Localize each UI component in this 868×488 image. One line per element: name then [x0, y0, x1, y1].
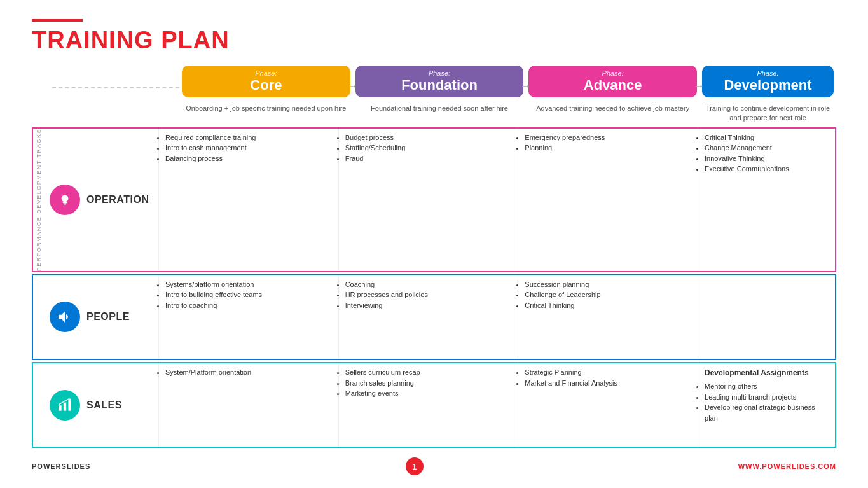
list-item: Critical Thinking	[705, 132, 829, 143]
list-item: Fraud	[345, 153, 512, 164]
operation-advance-list: Emergency preparedness Planning	[525, 132, 691, 153]
list-item: Systems/platform orientation	[165, 279, 332, 290]
phase-foundation-header: Phase: Foundation →	[353, 66, 527, 101]
phase-foundation-desc: Foundational training needed soon after …	[353, 104, 527, 123]
dev-assignments-list: Mentoring others Leading multi-branch pr…	[705, 381, 829, 423]
svg-rect-2	[64, 203, 66, 204]
arrow-1: →	[347, 80, 358, 93]
sales-foundation-list: Sellers curriculum recap Branch sales pl…	[345, 367, 512, 399]
track-row-operation: PERFORMANCE DEVELOPMENT TRACKS OPERATION…	[32, 127, 836, 272]
people-core-content: Systems/platform orientation Intro to bu…	[159, 275, 339, 359]
list-item: Required compliance training	[165, 132, 332, 143]
footer-right: WWW.POWERLIDES.COM	[738, 463, 836, 470]
sales-core-content: System/Platform orientation	[159, 363, 339, 447]
list-item: Develop regional strategic business plan	[705, 402, 829, 423]
track-sales-id: SALES	[45, 363, 159, 447]
phase-advance-label: Phase:	[536, 69, 689, 77]
people-icon-bg	[50, 302, 80, 332]
list-item: Intro to coaching	[165, 300, 332, 311]
sales-label: SALES	[86, 400, 122, 411]
list-item: Succession planning	[525, 279, 691, 290]
megaphone-icon	[57, 309, 73, 325]
title-part1: TRAINING	[32, 27, 161, 53]
people-core-list: Systems/platform orientation Intro to bu…	[165, 279, 332, 311]
phase-advance-header: Phase: Advance →	[526, 66, 699, 101]
svg-rect-5	[68, 400, 71, 410]
list-item: Intro to cash management	[165, 143, 332, 153]
list-item: Executive Communications	[705, 164, 829, 174]
svg-rect-3	[59, 405, 61, 411]
dashed-line	[52, 87, 186, 88]
operation-label: OPERATION	[86, 194, 149, 206]
phase-core-badge: Phase: Core	[182, 66, 350, 97]
track-people-id: PEOPLE	[45, 275, 159, 359]
list-item: Planning	[525, 143, 691, 153]
development-col-operation: Critical Thinking Change Management Inno…	[698, 129, 835, 271]
operation-core-list: Required compliance training Intro to ca…	[165, 132, 332, 164]
list-item: Mentoring others	[705, 381, 829, 392]
phase-core-label: Phase:	[189, 69, 343, 77]
sales-advance-content: Strategic Planning Market and Financial …	[518, 363, 698, 447]
list-item: Challenge of Leadership	[525, 289, 691, 300]
footer: POWERSLIDES 1 WWW.POWERLIDES.COM	[32, 452, 836, 475]
phase-development-header: Phase: Development	[699, 66, 836, 101]
footer-left: POWERSLIDES	[32, 463, 90, 470]
phase-foundation-badge: Phase: Foundation	[355, 66, 524, 97]
list-item: Branch sales planning	[345, 378, 512, 389]
phase-advance-name: Advance	[536, 77, 689, 94]
operation-advance-content: Emergency preparedness Planning	[518, 129, 698, 271]
list-item: Leading multi-branch projects	[705, 392, 829, 403]
list-item: Budget process	[345, 132, 512, 143]
arrow-2: →	[520, 80, 531, 93]
page: TRAINING PLAN Phase: Core →	[0, 0, 868, 488]
list-item: Critical Thinking	[525, 300, 691, 311]
track-row-sales: SALES System/Platform orientation Seller…	[32, 362, 836, 448]
phase-core-desc: Onboarding + job specific training neede…	[179, 104, 353, 123]
list-item: Strategic Planning	[525, 367, 691, 378]
people-label: PEOPLE	[86, 311, 130, 323]
list-item: Market and Financial Analysis	[525, 378, 691, 389]
operation-core-content: Required compliance training Intro to ca…	[159, 129, 339, 271]
phase-development-desc: Training to continue development in role…	[699, 104, 836, 123]
list-item: Intro to building effective teams	[165, 289, 332, 300]
phase-development-badge: Phase: Development	[702, 66, 834, 97]
development-col-people	[698, 275, 835, 359]
phase-development-label: Phase:	[710, 69, 826, 77]
sales-core-list: System/Platform orientation	[165, 367, 332, 378]
list-item: Balancing process	[165, 153, 332, 164]
phase-advance-badge: Phase: Advance	[528, 66, 697, 97]
list-item: Innovative Thinking	[705, 153, 829, 164]
track-row-people: PEOPLE Systems/platform orientation Intr…	[32, 274, 836, 360]
list-item: Sellers curriculum recap	[345, 367, 512, 378]
list-item: Interviewing	[345, 300, 512, 311]
phase-foundation-label: Phase:	[363, 69, 516, 77]
operation-foundation-list: Budget process Staffing/Scheduling Fraud	[345, 132, 512, 164]
arrow-3: →	[693, 80, 705, 93]
list-item: Marketing events	[345, 388, 512, 399]
list-item: HR processes and policies	[345, 289, 512, 300]
dev-assignments-title: Developmental Assignments	[705, 367, 829, 379]
chart-icon	[57, 397, 73, 414]
development-col-sales: Developmental Assignments Mentoring othe…	[698, 363, 835, 447]
title-part2: PLAN	[161, 27, 229, 53]
list-item: Coaching	[345, 279, 512, 290]
page-number: 1	[406, 457, 424, 475]
lightbulb-icon	[57, 192, 73, 208]
operation-icon-bg	[50, 185, 80, 215]
svg-point-0	[62, 195, 69, 202]
people-foundation-list: Coaching HR processes and policies Inter…	[345, 279, 512, 311]
phase-advance-desc: Advanced training needed to achieve job …	[526, 104, 699, 123]
phase-foundation-name: Foundation	[363, 77, 516, 94]
sales-foundation-content: Sellers curriculum recap Branch sales pl…	[339, 363, 519, 447]
people-advance-list: Succession planning Challenge of Leaders…	[525, 279, 691, 311]
svg-rect-1	[63, 202, 67, 203]
page-title: TRAINING PLAN	[32, 27, 836, 54]
operation-foundation-content: Budget process Staffing/Scheduling Fraud	[339, 129, 519, 271]
list-item: System/Platform orientation	[165, 367, 332, 378]
vertical-label: PERFORMANCE DEVELOPMENT TRACKS	[33, 129, 45, 271]
dev-skills-list: Critical Thinking Change Management Inno…	[705, 132, 829, 174]
phase-core-name: Core	[189, 77, 343, 94]
phase-development-name: Development	[710, 77, 826, 94]
people-foundation-content: Coaching HR processes and policies Inter…	[339, 275, 519, 359]
sales-icon-bg	[50, 390, 80, 421]
